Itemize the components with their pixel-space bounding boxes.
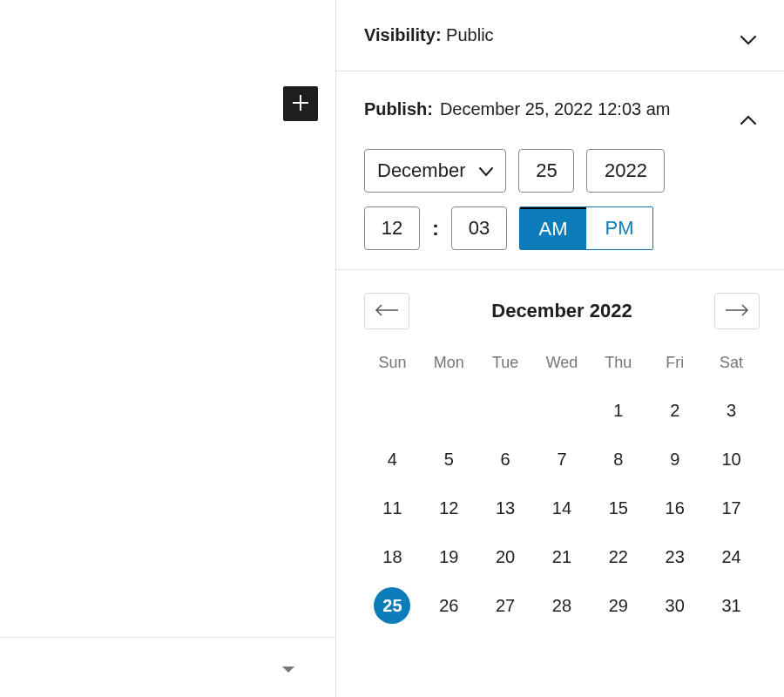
minute-input[interactable] bbox=[451, 206, 507, 250]
ampm-toggle: AM PM bbox=[519, 206, 653, 250]
calendar-day-cell: 27 bbox=[477, 581, 534, 630]
settings-sidebar: Visibility: Public Publish: December 25,… bbox=[336, 0, 784, 697]
calendar-day-button[interactable]: 30 bbox=[657, 587, 693, 624]
calendar-day-button[interactable]: 28 bbox=[544, 587, 580, 624]
calendar-day-button[interactable]: 17 bbox=[713, 490, 750, 526]
month-select-value: December bbox=[377, 159, 465, 182]
calendar-day-button[interactable]: 27 bbox=[487, 587, 524, 624]
publish-toggle[interactable] bbox=[737, 106, 760, 133]
day-input[interactable] bbox=[518, 149, 574, 193]
pm-option[interactable]: PM bbox=[586, 207, 652, 249]
calendar-day-cell: 30 bbox=[646, 581, 703, 630]
next-month-button[interactable] bbox=[714, 293, 760, 329]
calendar-header: December 2022 bbox=[364, 293, 760, 329]
calendar-day-cell: 10 bbox=[703, 435, 760, 484]
editor-canvas bbox=[0, 0, 336, 697]
calendar-day-cell: 14 bbox=[534, 484, 591, 532]
calendar-day-button[interactable]: 20 bbox=[487, 538, 524, 575]
calendar-day-cell: 7 bbox=[534, 435, 591, 484]
calendar-day-cell: 9 bbox=[646, 435, 703, 484]
calendar-day-cell: 21 bbox=[534, 532, 591, 581]
calendar-day-button[interactable]: 2 bbox=[657, 392, 693, 429]
calendar-day-cell: 3 bbox=[703, 386, 760, 435]
calendar-day-cell: 15 bbox=[590, 484, 646, 532]
visibility-value: Public bbox=[446, 25, 493, 44]
calendar-title: December 2022 bbox=[491, 300, 632, 322]
calendar-day-button[interactable]: 10 bbox=[713, 441, 750, 477]
calendar-day-cell: 1 bbox=[590, 386, 646, 435]
visibility-toggle[interactable] bbox=[737, 26, 760, 53]
calendar-day-button[interactable]: 12 bbox=[430, 490, 467, 526]
publish-panel-row[interactable]: Publish: December 25, 2022 12:03 am bbox=[336, 71, 784, 149]
calendar-day-cell: 26 bbox=[421, 581, 477, 630]
calendar-day-button[interactable]: 6 bbox=[487, 441, 524, 477]
calendar-day-button[interactable]: 14 bbox=[544, 490, 580, 526]
calendar-day-cell: 19 bbox=[421, 532, 477, 581]
arrow-left-icon bbox=[375, 304, 399, 319]
chevron-down-icon bbox=[479, 159, 493, 182]
add-block-button[interactable] bbox=[283, 86, 318, 121]
editor-divider bbox=[0, 637, 335, 638]
calendar-day-cell: 23 bbox=[646, 532, 703, 581]
day-of-week-header: Fri bbox=[646, 345, 703, 386]
calendar-day-button[interactable]: 26 bbox=[430, 587, 467, 624]
calendar-day-button[interactable]: 1 bbox=[600, 392, 637, 429]
calendar-day-button[interactable]: 25 bbox=[374, 587, 410, 624]
calendar-day-button[interactable]: 9 bbox=[657, 441, 693, 477]
calendar-day-cell: 5 bbox=[421, 435, 477, 484]
calendar-day-button[interactable]: 16 bbox=[657, 490, 693, 526]
calendar-day-button[interactable]: 24 bbox=[713, 538, 750, 575]
calendar-day-cell: 13 bbox=[477, 484, 534, 532]
calendar-day-button[interactable]: 13 bbox=[487, 490, 524, 526]
calendar-day-cell: 29 bbox=[590, 581, 646, 630]
calendar-day-cell: 31 bbox=[703, 581, 760, 630]
time-colon: : bbox=[432, 216, 439, 240]
visibility-text: Visibility: Public bbox=[364, 25, 494, 45]
visibility-panel-row[interactable]: Visibility: Public bbox=[336, 0, 784, 71]
calendar-day-cell: 12 bbox=[421, 484, 477, 532]
calendar-day-button[interactable]: 8 bbox=[600, 441, 637, 477]
month-select[interactable]: December bbox=[364, 149, 506, 193]
calendar-day-button[interactable]: 21 bbox=[544, 538, 580, 575]
day-of-week-header: Sat bbox=[703, 345, 760, 386]
publish-text: Publish: December 25, 2022 12:03 am bbox=[364, 98, 737, 121]
day-of-week-header: Thu bbox=[590, 345, 646, 386]
calendar-day-cell: 25 bbox=[364, 581, 421, 630]
calendar-day-button[interactable]: 3 bbox=[713, 392, 750, 429]
calendar-day-button[interactable]: 31 bbox=[713, 587, 750, 624]
calendar-day-button[interactable]: 19 bbox=[430, 538, 467, 575]
publish-label: Publish: bbox=[364, 99, 433, 119]
calendar-day-cell: 24 bbox=[703, 532, 760, 581]
calendar-day-button[interactable]: 15 bbox=[600, 490, 637, 526]
block-dropdown-toggle[interactable] bbox=[281, 666, 295, 674]
arrow-right-icon bbox=[725, 304, 749, 319]
calendar-day-cell: 22 bbox=[590, 532, 646, 581]
calendar-day-button[interactable]: 29 bbox=[600, 587, 637, 624]
calendar-day-cell: 8 bbox=[590, 435, 646, 484]
day-of-week-header: Mon bbox=[421, 345, 477, 386]
calendar-day-button[interactable]: 22 bbox=[600, 538, 637, 575]
day-of-week-header: Sun bbox=[364, 345, 421, 386]
calendar-day-button[interactable]: 23 bbox=[657, 538, 693, 575]
calendar-day-cell: 6 bbox=[477, 435, 534, 484]
calendar-day-button[interactable]: 4 bbox=[374, 441, 410, 477]
publish-value: December 25, 2022 12:03 am bbox=[440, 98, 671, 121]
year-input[interactable] bbox=[586, 149, 665, 193]
calendar-day-cell: 28 bbox=[534, 581, 591, 630]
hour-input[interactable] bbox=[364, 206, 420, 250]
day-of-week-header: Tue bbox=[477, 345, 534, 386]
prev-month-button[interactable] bbox=[364, 293, 409, 329]
day-of-week-header: Wed bbox=[534, 345, 591, 386]
chevron-down-icon bbox=[740, 35, 756, 45]
calendar-day-button[interactable]: 5 bbox=[430, 441, 467, 477]
calendar-day-button[interactable]: 18 bbox=[374, 538, 410, 575]
calendar-day-button[interactable]: 11 bbox=[374, 490, 410, 526]
calendar-day-cell: 16 bbox=[646, 484, 703, 532]
visibility-label: Visibility: bbox=[364, 25, 442, 44]
calendar-day-cell: 4 bbox=[364, 435, 421, 484]
calendar-day-cell: 2 bbox=[646, 386, 703, 435]
calendar-day-button[interactable]: 7 bbox=[544, 441, 580, 477]
am-option[interactable]: AM bbox=[520, 207, 586, 249]
calendar: December 2022 SunMonTueWedThuFriSat12345… bbox=[336, 270, 784, 630]
datetime-inputs: December : AM PM bbox=[336, 149, 784, 270]
